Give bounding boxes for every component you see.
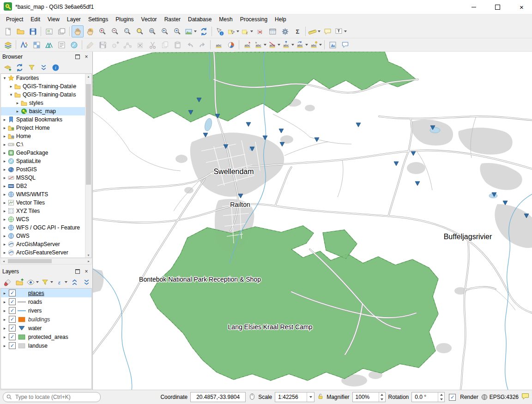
zoom-out-button[interactable] bbox=[109, 25, 121, 37]
close-panel-button[interactable]: × bbox=[83, 53, 90, 60]
browser-item-geopackage[interactable]: ▸GeoPackage bbox=[1, 149, 85, 157]
expander-closed-icon[interactable]: ▸ bbox=[2, 126, 7, 130]
zoom-to-layer-button[interactable] bbox=[146, 25, 158, 37]
add-group-button[interactable] bbox=[14, 277, 25, 288]
data-source-manager-button[interactable] bbox=[2, 39, 14, 51]
copy-features-button[interactable] bbox=[159, 39, 171, 51]
expander-closed-icon[interactable]: ▸ bbox=[2, 117, 7, 122]
menu-processing[interactable]: Processing bbox=[236, 15, 271, 24]
lock-scale-button[interactable] bbox=[317, 393, 324, 401]
expander-closed-icon[interactable]: ▸ bbox=[2, 326, 7, 331]
paste-features-button[interactable] bbox=[171, 39, 183, 51]
browser-item-favorites[interactable]: ▾Favorites bbox=[1, 74, 85, 82]
layer-checkbox[interactable]: ✓ bbox=[9, 307, 16, 314]
browser-item-qgis-training-data-s[interactable]: ▾QGIS-Training-Data\s bbox=[1, 90, 85, 99]
zoom-full-extent-button[interactable] bbox=[121, 25, 133, 37]
highlight-pinned-labels-button[interactable]: abc bbox=[241, 39, 253, 51]
new-text-annotation-button[interactable] bbox=[339, 39, 351, 51]
expander-closed-icon[interactable]: ▸ bbox=[2, 134, 7, 139]
add-delimited-text-layer-button[interactable] bbox=[55, 39, 67, 51]
expander-closed-icon[interactable]: ▸ bbox=[2, 175, 7, 180]
undo-button[interactable] bbox=[184, 39, 196, 51]
browser-item-spatialite[interactable]: ▸SpatiaLite bbox=[1, 157, 85, 165]
add-raster-layer-button[interactable] bbox=[30, 39, 42, 51]
scroll-up-icon[interactable]: ▴ bbox=[88, 74, 90, 79]
browser-item-arcgisfeatureserver[interactable]: ▸ArcGisFeatureServer bbox=[1, 248, 85, 257]
browser-item-project-home[interactable]: ▸Project Home bbox=[1, 124, 85, 132]
zoom-next-button[interactable] bbox=[171, 25, 183, 37]
redo-button[interactable] bbox=[196, 39, 208, 51]
properties-widget-button[interactable]: i bbox=[50, 62, 61, 73]
open-attribute-table-button[interactable] bbox=[266, 25, 278, 37]
layer-item-water[interactable]: ▸✓water bbox=[1, 324, 91, 332]
expander-closed-icon[interactable]: ▸ bbox=[2, 184, 7, 188]
expander-closed-icon[interactable]: ▸ bbox=[8, 84, 14, 89]
vertex-tool-button[interactable] bbox=[121, 39, 133, 51]
delete-selected-button[interactable] bbox=[134, 39, 146, 51]
save-layer-edits-button[interactable] bbox=[97, 39, 109, 51]
filter-by-expression-button[interactable]: ε bbox=[54, 277, 68, 288]
layer-checkbox[interactable]: ✓ bbox=[9, 316, 16, 323]
menu-plugins[interactable]: Plugins bbox=[112, 15, 137, 24]
float-panel-button[interactable] bbox=[74, 268, 81, 275]
menu-settings[interactable]: Settings bbox=[85, 15, 112, 24]
menu-raster[interactable]: Raster bbox=[161, 15, 184, 24]
expander-closed-icon[interactable]: ▸ bbox=[2, 217, 7, 222]
browser-item-styles[interactable]: ▸styles bbox=[1, 99, 85, 107]
toggle-editing-button[interactable] bbox=[84, 39, 96, 51]
layer-item-rivers[interactable]: ▸✓rivers bbox=[1, 306, 91, 315]
move-label-button[interactable]: abc bbox=[281, 39, 295, 51]
pan-map-button[interactable] bbox=[72, 25, 84, 37]
coordinate-field[interactable]: 20.4857,-33.9804 bbox=[190, 392, 246, 402]
measure-button[interactable] bbox=[308, 25, 321, 37]
browser-item-vector-tiles[interactable]: ▸Vector Tiles bbox=[1, 199, 85, 207]
expander-closed-icon[interactable]: ▸ bbox=[2, 151, 7, 155]
locate-search[interactable] bbox=[3, 392, 101, 402]
expander-closed-icon[interactable]: ▸ bbox=[2, 242, 7, 247]
text-annotation-button[interactable]: T bbox=[334, 25, 347, 37]
layer-checkbox[interactable]: ✓ bbox=[9, 298, 16, 305]
maximize-button[interactable] bbox=[487, 0, 508, 14]
filter-legend-button[interactable] bbox=[40, 277, 54, 288]
layer-checkbox[interactable]: ✓ bbox=[9, 333, 16, 340]
pan-to-selection-button[interactable] bbox=[84, 25, 96, 37]
spinner-arrows-icon[interactable] bbox=[379, 392, 385, 402]
browser-item-postgis[interactable]: ▸PostGIS bbox=[1, 165, 85, 174]
layer-item-landuse[interactable]: ▸✓landuse bbox=[1, 341, 91, 350]
messages-button[interactable] bbox=[521, 393, 529, 401]
browser-item-arcgismapserver[interactable]: ▸ArcGisMapServer bbox=[1, 240, 85, 248]
browser-item-spatial-bookmarks[interactable]: ▸Spatial Bookmarks bbox=[1, 115, 85, 124]
expander-closed-icon[interactable]: ▸ bbox=[2, 142, 7, 147]
menu-layer[interactable]: Layer bbox=[63, 15, 85, 24]
add-vector-layer-button[interactable] bbox=[18, 39, 30, 51]
filter-browser-button[interactable] bbox=[26, 62, 37, 73]
map-tips-button[interactable] bbox=[321, 25, 333, 37]
browser-item-ows[interactable]: ▸OWS bbox=[1, 232, 85, 240]
browser-item-wcs[interactable]: ▸WCS bbox=[1, 215, 85, 223]
layer-checkbox[interactable]: ✓ bbox=[9, 325, 16, 332]
spinner-arrows-icon[interactable] bbox=[438, 392, 444, 402]
expander-closed-icon[interactable]: ▸ bbox=[2, 209, 7, 213]
change-label-button[interactable]: abc bbox=[309, 39, 322, 51]
vertical-scrollbar[interactable]: ▴ ▾ bbox=[85, 74, 91, 258]
scroll-left-icon[interactable]: ◂ bbox=[1, 259, 6, 263]
menu-database[interactable]: Database bbox=[184, 15, 215, 24]
add-mesh-layer-button[interactable] bbox=[43, 39, 55, 51]
expander-closed-icon[interactable]: ▸ bbox=[2, 192, 7, 197]
browser-item-mssql[interactable]: ▸MSSQL bbox=[1, 174, 85, 182]
chevron-down-icon[interactable] bbox=[307, 392, 314, 402]
new-map-view-button[interactable] bbox=[184, 25, 197, 37]
expander-open-icon[interactable]: ▾ bbox=[2, 76, 7, 80]
layer-diagram-button[interactable] bbox=[225, 39, 237, 51]
new-project-button[interactable] bbox=[2, 25, 14, 37]
add-selected-layers-button[interactable] bbox=[2, 62, 13, 73]
scrollbar-thumb[interactable] bbox=[8, 259, 52, 263]
collapse-all-button[interactable] bbox=[38, 62, 49, 73]
expander-open-icon[interactable]: ▾ bbox=[8, 92, 14, 97]
browser-item-db2[interactable]: ▸DB2DB2 bbox=[1, 182, 85, 190]
add-spatialite-layer-button[interactable] bbox=[68, 39, 80, 51]
new-print-layout-button[interactable] bbox=[43, 25, 55, 37]
select-features-button[interactable] bbox=[226, 25, 240, 37]
deselect-features-button[interactable] bbox=[254, 25, 266, 37]
menu-project[interactable]: Project bbox=[2, 15, 27, 24]
